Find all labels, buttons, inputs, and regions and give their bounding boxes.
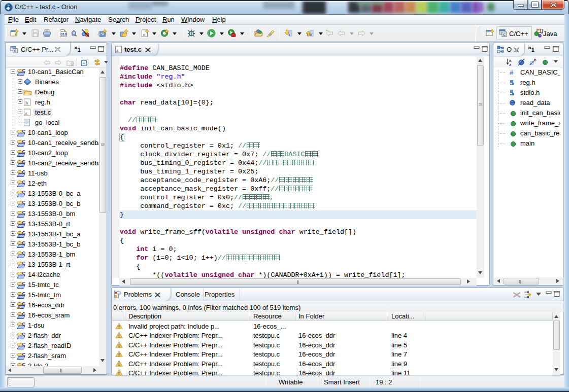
svg-text:C: C	[22, 301, 26, 306]
svg-text:010: 010	[60, 32, 67, 37]
svg-text:C: C	[22, 362, 26, 366]
svg-text:C: C	[22, 322, 26, 327]
svg-text:C: C	[22, 190, 26, 195]
svg-text:c: c	[143, 32, 145, 37]
svg-text:C: C	[14, 49, 17, 53]
svg-text:C: C	[22, 281, 26, 286]
svg-text:C: C	[22, 220, 26, 225]
svg-text:C: C	[22, 311, 26, 316]
svg-text:.h: .h	[24, 101, 28, 105]
svg-text:C: C	[22, 169, 26, 174]
svg-text:#: #	[510, 69, 514, 76]
svg-text:C: C	[22, 129, 26, 134]
svg-text:C: C	[22, 332, 26, 337]
svg-text:C: C	[22, 149, 26, 154]
svg-text:C: C	[22, 210, 26, 215]
svg-text:.c: .c	[24, 111, 27, 116]
svg-text:C: C	[101, 32, 104, 37]
svg-text:C: C	[22, 342, 26, 347]
svg-text:.c: .c	[116, 48, 119, 53]
svg-text:C: C	[22, 68, 26, 73]
svg-text:C: C	[22, 200, 26, 205]
svg-text:C: C	[22, 352, 26, 357]
svg-text:C: C	[22, 291, 26, 296]
svg-text:C: C	[22, 180, 26, 185]
svg-text:C: C	[22, 230, 26, 235]
svg-text:C: C	[22, 159, 26, 164]
svg-text:z: z	[509, 62, 511, 66]
svg-text:C: C	[503, 33, 506, 37]
svg-text:C: C	[22, 251, 26, 256]
svg-text:C: C	[22, 240, 26, 245]
svg-text:C: C	[22, 271, 26, 276]
svg-text:C: C	[22, 261, 26, 266]
svg-text:C: C	[22, 139, 26, 144]
